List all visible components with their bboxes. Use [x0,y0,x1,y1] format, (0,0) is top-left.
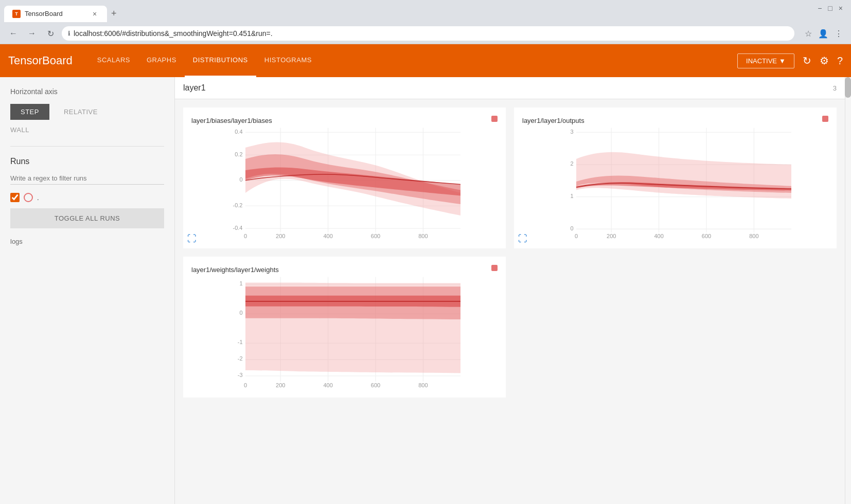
svg-text:200: 200 [276,382,285,387]
svg-text:0: 0 [244,233,247,238]
nav-links: SCALARS GRAPHS DISTRIBUTIONS HISTOGRAMS [89,44,320,77]
axis-section-title: Horizontal axis [10,87,164,96]
chart-outputs-svg: 3 2 1 0 [522,125,828,238]
svg-text:0: 0 [570,225,573,231]
chart-outputs-indicator [822,116,828,122]
svg-text:0: 0 [239,310,242,316]
tab-favicon: T [12,10,21,18]
nav-histograms[interactable]: HISTOGRAMS [256,44,320,77]
main-layout: Horizontal axis STEP RELATIVE WALL Runs … [0,77,851,504]
wall-button[interactable]: WALL [10,124,29,136]
forward-button[interactable]: → [25,26,39,41]
axis-buttons: STEP RELATIVE [10,104,164,120]
svg-text:0: 0 [239,176,242,183]
top-nav: TensorBoard SCALARS GRAPHS DISTRIBUTIONS… [0,44,851,77]
svg-text:400: 400 [654,233,663,238]
nav-right: INACTIVE ▼ ↻ ⚙ ? [737,53,843,68]
tab-bar: T TensorBoard × + [0,0,851,23]
svg-text:-0.2: -0.2 [233,202,243,208]
run-checkbox[interactable] [10,193,20,202]
svg-text:0: 0 [575,233,578,238]
expand-outputs-button[interactable]: ⛶ [518,233,527,244]
run-dot [24,193,33,202]
address-bar: ← → ↻ ℹ localhost:6006/#distributions&_s… [0,23,851,44]
chart-outputs: layer1/layer1/outputs 3 2 1 0 [514,107,837,248]
svg-text:3: 3 [570,129,573,135]
search-count: 3 [833,84,837,92]
svg-text:0.4: 0.4 [235,129,242,135]
bookmark-button[interactable]: ☆ [803,27,814,41]
maximize-button[interactable]: □ [828,4,832,12]
chart-biases-indicator [491,116,498,122]
chart-biases: layer1/biases/layer1/biases 0.4 0.2 0 -0… [183,107,506,248]
run-label: . [37,194,39,202]
charts-grid: layer1/biases/layer1/biases 0.4 0.2 0 -0… [183,107,837,398]
window-controls: − □ × [818,4,843,12]
tab-title: TensorBoard [25,10,86,17]
info-icon: ℹ [68,30,70,37]
charts-area: layer1/biases/layer1/biases 0.4 0.2 0 -0… [175,99,845,504]
relative-button[interactable]: RELATIVE [54,104,108,120]
divider [10,146,164,147]
chart-biases-title: layer1/biases/layer1/biases [191,117,272,124]
profile-button[interactable]: 👤 [816,27,830,41]
search-input[interactable] [183,83,833,93]
tab-close-button[interactable]: × [91,10,99,18]
minimize-button[interactable]: − [818,4,822,12]
chart-weights-title: layer1/weights/layer1/weights [191,266,279,274]
sidebar: Horizontal axis STEP RELATIVE WALL Runs … [0,77,175,504]
svg-text:0.2: 0.2 [235,151,242,157]
svg-text:2: 2 [570,160,573,167]
run-item: . [10,193,164,202]
runs-title: Runs [10,157,164,166]
expand-biases-button[interactable]: ⛶ [187,233,197,244]
back-button[interactable]: ← [6,26,21,41]
regex-filter-input[interactable] [10,172,164,185]
svg-text:600: 600 [702,233,711,238]
search-bar: 3 [175,77,845,99]
settings-icon-btn[interactable]: ⚙ [820,55,829,67]
scrollbar-thumb[interactable] [845,77,851,98]
chart-outputs-title: layer1/layer1/outputs [522,117,584,124]
close-button[interactable]: × [839,4,843,12]
inactive-dropdown[interactable]: INACTIVE ▼ [737,53,794,68]
step-button[interactable]: STEP [10,104,49,120]
svg-text:0: 0 [244,382,247,387]
tensorboard-app: TensorBoard SCALARS GRAPHS DISTRIBUTIONS… [0,44,851,504]
chart-biases-svg: 0.4 0.2 0 -0.2 -0.4 [191,125,498,238]
svg-text:600: 600 [371,233,380,238]
nav-distributions[interactable]: DISTRIBUTIONS [185,44,256,77]
chart-weights-indicator [491,265,498,271]
help-icon-btn[interactable]: ? [837,55,843,67]
svg-text:800: 800 [418,233,428,238]
svg-text:200: 200 [607,233,616,238]
menu-button[interactable]: ⋮ [832,27,845,41]
scrollbar[interactable] [845,77,851,504]
svg-text:600: 600 [371,382,380,387]
active-tab[interactable]: T TensorBoard × [4,6,107,22]
url-box[interactable]: ℹ localhost:6006/#distributions&_smoothi… [62,26,794,41]
svg-text:-1: -1 [238,339,243,345]
url-text: localhost:6006/#distributions&_smoothing… [74,29,273,38]
svg-text:-2: -2 [238,355,243,362]
svg-text:1: 1 [570,193,573,199]
nav-graphs[interactable]: GRAPHS [138,44,185,77]
logs-label: logs [10,238,23,245]
chart-weights-svg: 1 0 -1 -2 -3 [191,274,498,387]
refresh-button[interactable]: ↻ [43,26,58,41]
svg-text:1: 1 [239,280,242,286]
svg-text:200: 200 [276,233,285,238]
new-tab-button[interactable]: + [107,4,121,23]
chart-weights: layer1/weights/layer1/weights 1 0 -1 -2 … [183,257,506,398]
logo: TensorBoard [8,54,73,67]
refresh-icon-btn[interactable]: ↻ [803,55,811,67]
browser-actions: ☆ 👤 ⋮ [803,27,845,41]
svg-text:-0.4: -0.4 [233,225,243,231]
browser-chrome: T TensorBoard × + − □ × ← → ↻ ℹ localhos… [0,0,851,44]
svg-text:-3: -3 [238,372,243,378]
content-area: 3 layer1/biases/layer1/biases 0.4 0.2 0 [175,77,845,504]
svg-text:800: 800 [749,233,758,238]
toggle-all-runs-button[interactable]: TOGGLE ALL RUNS [10,208,164,228]
svg-text:400: 400 [323,382,332,387]
nav-scalars[interactable]: SCALARS [89,44,138,77]
